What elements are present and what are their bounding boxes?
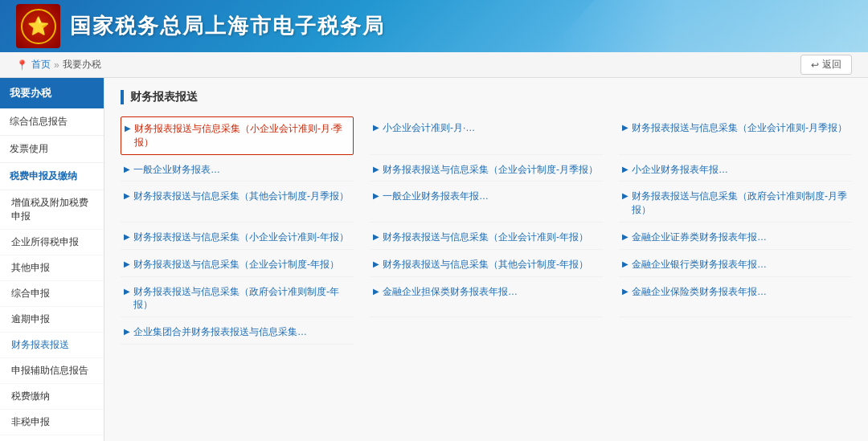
arrow-icon: ▶	[373, 259, 379, 268]
arrow-icon: ▶	[124, 259, 130, 268]
title-accent-bar	[121, 90, 124, 104]
sidebar-item-zengjia[interactable]: 增值税及附加税费申报	[0, 190, 104, 230]
arrow-icon: ▶	[622, 165, 628, 174]
header-bg-decoration	[547, 0, 868, 52]
site-title: 国家税务总局上海市电子税务局	[70, 12, 385, 40]
list-item[interactable]: ▶ 小企业会计准则-月·…	[370, 116, 603, 155]
item-text: 小企业会计准则-月·…	[383, 121, 475, 135]
sidebar-item-shenbao-cuo[interactable]: 申报错误更正	[0, 435, 104, 441]
list-item[interactable]: ▶ 金融企业银行类财务报表年报…	[619, 253, 852, 277]
item-text: 财务报表报送与信息采集（政府会计准则制度-年报）	[133, 285, 350, 312]
list-item[interactable]: ▶ 财务报表报送与信息采集（企业会计制度-月季报）	[370, 158, 603, 182]
sidebar-item-qita[interactable]: 其他申报	[0, 255, 104, 281]
arrow-icon: ▶	[622, 123, 628, 132]
arrow-icon: ▶	[373, 191, 379, 200]
item-text: 小企业财务报表年报…	[632, 163, 728, 177]
list-item[interactable]: ▶ 金融企业保险类财务报表年报…	[619, 280, 852, 318]
item-text: 金融企业银行类财务报表年报…	[632, 258, 767, 272]
location-icon: 📍	[16, 59, 28, 71]
section-title-bar: 财务报表报送	[121, 90, 852, 104]
arrow-icon: ▶	[124, 327, 130, 336]
breadcrumb-sep: »	[54, 59, 59, 71]
list-item[interactable]: ▶ 财务报表报送与信息采集（政府会计准则制度-月季报）	[619, 185, 852, 223]
arrow-icon: ▶	[124, 287, 130, 296]
arrow-icon: ▶	[124, 191, 130, 200]
item-text: 财务报表报送与信息采集（小企业会计准则-年报）	[133, 231, 349, 244]
item-text: 金融企业保险类财务报表年报…	[632, 285, 767, 299]
sidebar-item-woyaobansui[interactable]: 我要办税	[0, 78, 104, 108]
item-text: 金融企业证券类财务报表年报…	[632, 231, 767, 244]
sidebar-item-feishui[interactable]: 非税申报	[0, 410, 104, 435]
list-item[interactable]: ▶ 财务报表报送与信息采集（企业会计准则-年报）	[370, 226, 603, 250]
breadcrumb-bar: 📍 首页 » 我要办税 ↩ 返回	[0, 52, 868, 78]
header: ⭐ 国家税务总局上海市电子税务局	[0, 0, 868, 52]
list-item[interactable]: ▶ 小企业财务报表年报…	[619, 158, 852, 182]
arrow-icon: ▶	[622, 259, 628, 268]
main-layout: 我要办税 综合信息报告 发票使用 税费申报及缴纳 增值税及附加税费申报 企业所得…	[0, 78, 868, 441]
list-item[interactable]: ▶ 企业集团合并财务报表报送与信息采集…	[121, 321, 354, 345]
list-item[interactable]: ▶ 财务报表报送与信息采集（政府会计准则制度-年报）	[121, 280, 354, 318]
sidebar: 我要办税 综合信息报告 发票使用 税费申报及缴纳 增值税及附加税费申报 企业所得…	[0, 78, 104, 441]
arrow-icon: ▶	[124, 232, 130, 241]
arrow-icon: ▶	[373, 232, 379, 241]
arrow-icon: ▶	[622, 232, 628, 241]
item-text: 财务报表报送与信息采集（政府会计准则制度-月季报）	[632, 190, 849, 217]
list-item[interactable]: ▶ 财务报表报送与信息采集（企业会计制度-年报）	[121, 253, 354, 277]
items-grid: ▶ 财务报表报送与信息采集（小企业会计准则-月·季报） ▶ 小企业会计准则-月·…	[121, 116, 852, 345]
back-button[interactable]: ↩ 返回	[800, 55, 852, 75]
list-item[interactable]: ▶ 财务报表报送与信息采集（其他会计制度-月季报）	[121, 185, 354, 223]
sidebar-item-shenbaofuzhu[interactable]: 申报辅助信息报告	[0, 358, 104, 384]
sidebar-item-zonghebaogao[interactable]: 综合信息报告	[0, 108, 104, 136]
sidebar-item-fapiao[interactable]: 发票使用	[0, 136, 104, 163]
list-item[interactable]: ▶ 财务报表报送与信息采集（企业会计准则-月季报）	[619, 116, 852, 155]
sidebar-tax-section: 税费申报及缴纳 增值税及附加税费申报 企业所得税申报 其他申报 综合申报 逾期申…	[0, 163, 104, 441]
breadcrumb-home[interactable]: 首页	[31, 58, 51, 71]
arrow-icon: ▶	[373, 165, 379, 174]
section-title-text: 财务报表报送	[130, 90, 198, 104]
breadcrumb-current: 我要办税	[63, 58, 101, 71]
arrow-icon: ▶	[622, 287, 628, 296]
item-text: 财务报表报送与信息采集（企业会计准则-年报）	[383, 231, 588, 244]
sidebar-item-caiwu[interactable]: 财务报表报送	[0, 333, 104, 358]
item-text: 企业集团合并财务报表报送与信息采集…	[133, 325, 307, 339]
sidebar-section-title[interactable]: 税费申报及缴纳	[0, 163, 104, 190]
list-item[interactable]: ▶ 金融企业证券类财务报表年报…	[619, 226, 852, 250]
content-area: 财务报表报送 ▶ 财务报表报送与信息采集（小企业会计准则-月·季报） ▶ 小企业…	[104, 78, 868, 441]
arrow-icon: ▶	[622, 191, 628, 200]
sidebar-item-zonghe[interactable]: 综合申报	[0, 281, 104, 307]
sidebar-item-shuifei[interactable]: 税费缴纳	[0, 384, 104, 410]
item-text: 金融企业担保类财务报表年报…	[383, 285, 518, 299]
list-item[interactable]: ▶ 一般企业财务报表…	[121, 158, 354, 182]
back-label: 返回	[822, 58, 841, 71]
sidebar-item-guoqi[interactable]: 逾期申报	[0, 307, 104, 333]
logo-emblem: ⭐	[21, 9, 56, 44]
item-text: 财务报表报送与信息采集（其他会计制度-年报）	[383, 258, 588, 272]
arrow-icon: ▶	[125, 124, 131, 133]
arrow-icon: ▶	[373, 123, 379, 132]
item-text: 财务报表报送与信息采集（企业会计准则-月季报）	[632, 121, 847, 135]
breadcrumb: 📍 首页 » 我要办税	[16, 58, 101, 71]
item-text: 一般企业财务报表…	[133, 163, 220, 177]
arrow-icon: ▶	[124, 165, 130, 174]
list-item[interactable]: ▶ 财务报表报送与信息采集（小企业会计准则-年报）	[121, 226, 354, 250]
item-text: 一般企业财务报表年报…	[383, 190, 489, 203]
list-item[interactable]: ▶ 金融企业担保类财务报表年报…	[370, 280, 603, 318]
item-text: 财务报表报送与信息采集（其他会计制度-月季报）	[133, 190, 349, 203]
sidebar-item-qiye[interactable]: 企业所得税申报	[0, 230, 104, 255]
logo: ⭐	[16, 4, 60, 48]
arrow-icon: ▶	[373, 287, 379, 296]
item-text: 财务报表报送与信息采集（小企业会计准则-月·季报）	[134, 122, 350, 149]
item-text: 财务报表报送与信息采集（企业会计制度-年报）	[133, 258, 339, 272]
back-icon: ↩	[811, 59, 819, 71]
item-text: 财务报表报送与信息采集（企业会计制度-月季报）	[383, 163, 598, 177]
list-item[interactable]: ▶ 财务报表报送与信息采集（小企业会计准则-月·季报）	[121, 116, 354, 155]
list-item[interactable]: ▶ 一般企业财务报表年报…	[370, 185, 603, 223]
list-item[interactable]: ▶ 财务报表报送与信息采集（其他会计制度-年报）	[370, 253, 603, 277]
